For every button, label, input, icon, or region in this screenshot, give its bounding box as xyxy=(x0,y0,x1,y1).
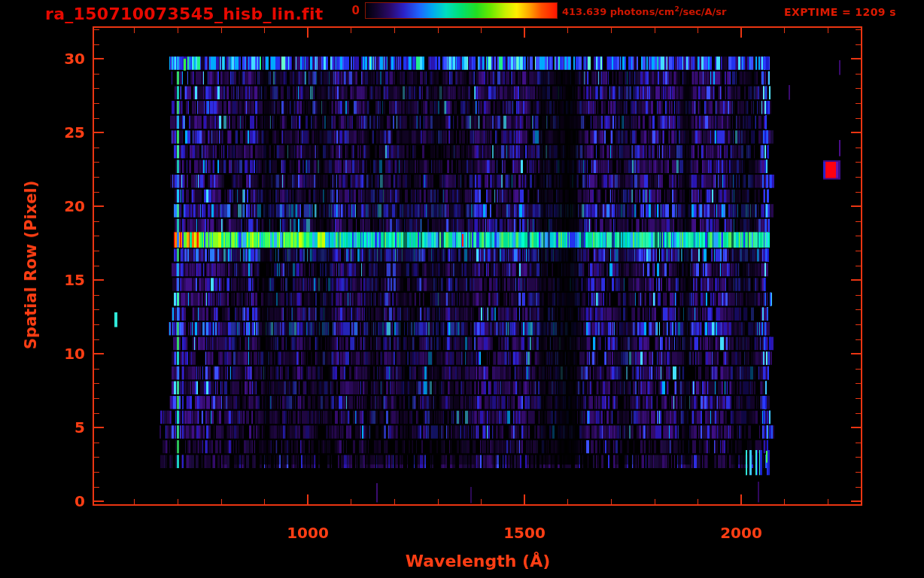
y-minor-tick xyxy=(94,221,99,222)
y-major-tick xyxy=(94,132,104,133)
y-minor-tick xyxy=(94,443,99,443)
y-minor-tick xyxy=(94,398,99,399)
colorbar-min-label: 0 xyxy=(336,4,360,17)
flux-units-text: /sec/A/sr xyxy=(679,6,727,17)
y-major-tick xyxy=(851,132,861,133)
x-minor-tick xyxy=(221,28,222,33)
y-minor-tick xyxy=(94,177,99,178)
x-minor-tick xyxy=(438,28,439,33)
y-minor-tick xyxy=(94,236,99,236)
y-tick-label: 0 xyxy=(43,492,85,510)
x-minor-tick xyxy=(567,499,568,504)
y-minor-tick xyxy=(856,383,861,384)
y-minor-tick xyxy=(94,266,99,266)
y-minor-tick xyxy=(94,413,99,414)
y-minor-tick xyxy=(856,44,861,45)
y-minor-tick xyxy=(856,324,861,325)
x-minor-tick xyxy=(178,499,178,504)
x-minor-tick xyxy=(784,499,785,504)
y-minor-tick xyxy=(856,162,861,163)
x-major-tick xyxy=(740,494,742,504)
x-minor-tick xyxy=(655,499,655,504)
y-minor-tick xyxy=(856,118,861,119)
y-major-tick xyxy=(94,205,104,207)
x-minor-tick xyxy=(784,28,785,33)
y-major-tick xyxy=(94,427,104,428)
y-minor-tick xyxy=(94,309,99,310)
x-minor-tick xyxy=(134,499,135,504)
colorbar xyxy=(365,2,558,19)
y-major-tick xyxy=(851,58,861,59)
y-minor-tick xyxy=(94,29,99,30)
y-minor-tick xyxy=(94,487,99,488)
y-minor-tick xyxy=(94,118,99,119)
y-minor-tick xyxy=(856,148,861,148)
y-major-tick xyxy=(851,500,861,502)
y-tick-label: 30 xyxy=(43,50,85,68)
x-minor-tick xyxy=(394,499,395,504)
y-minor-tick xyxy=(94,251,99,251)
y-major-tick xyxy=(851,279,861,281)
y-major-tick xyxy=(851,427,861,428)
y-major-tick xyxy=(851,205,861,207)
y-minor-tick xyxy=(94,103,99,104)
y-minor-tick xyxy=(94,339,99,340)
y-minor-tick xyxy=(856,369,861,370)
x-minor-tick xyxy=(438,499,439,504)
y-minor-tick xyxy=(94,74,99,75)
y-minor-tick xyxy=(856,472,861,473)
y-minor-tick xyxy=(94,148,99,148)
y-minor-tick xyxy=(856,236,861,236)
y-major-tick xyxy=(94,353,104,354)
y-minor-tick xyxy=(856,295,861,296)
filename-title: ra_150710073545_hisb_lin.fit xyxy=(45,5,324,23)
y-minor-tick xyxy=(856,29,861,30)
x-minor-tick xyxy=(828,499,828,504)
y-tick-label: 5 xyxy=(43,418,85,437)
x-axis-title: Wavelength (Å) xyxy=(364,552,591,570)
x-minor-tick xyxy=(221,499,222,504)
x-minor-tick xyxy=(611,499,612,504)
y-major-tick xyxy=(94,500,104,502)
y-minor-tick xyxy=(856,221,861,222)
y-major-tick xyxy=(851,353,861,354)
x-minor-tick xyxy=(481,499,482,504)
x-minor-tick xyxy=(611,28,612,33)
y-minor-tick xyxy=(94,44,99,45)
y-major-tick xyxy=(94,58,104,59)
y-minor-tick xyxy=(856,457,861,458)
x-minor-tick xyxy=(655,28,655,33)
y-minor-tick xyxy=(94,457,99,458)
y-minor-tick xyxy=(856,413,861,414)
y-minor-tick xyxy=(856,339,861,340)
y-minor-tick xyxy=(94,472,99,473)
y-minor-tick xyxy=(856,443,861,443)
x-tick-label: 2000 xyxy=(704,524,779,542)
x-minor-tick xyxy=(351,499,351,504)
flux-max-value-text: 413.639 photons/cm xyxy=(562,6,674,17)
exptime-label: EXPTIME = 1209 s xyxy=(784,6,896,18)
y-minor-tick xyxy=(856,192,861,193)
x-major-tick xyxy=(524,494,525,504)
x-minor-tick xyxy=(481,28,482,33)
y-minor-tick xyxy=(856,74,861,75)
y-minor-tick xyxy=(94,369,99,370)
x-major-tick xyxy=(740,28,742,38)
x-minor-tick xyxy=(178,28,178,33)
x-minor-tick xyxy=(351,28,351,33)
y-axis-title: Spatial Row (Pixel) xyxy=(22,181,40,349)
x-minor-tick xyxy=(134,28,135,33)
x-minor-tick xyxy=(567,28,568,33)
y-minor-tick xyxy=(856,487,861,488)
y-tick-label: 25 xyxy=(43,123,85,141)
y-minor-tick xyxy=(856,88,861,89)
y-tick-label: 10 xyxy=(43,345,85,363)
x-minor-tick xyxy=(264,499,265,504)
y-minor-tick xyxy=(856,177,861,178)
colorbar-max-label: 413.639 photons/cm2/sec/A/sr xyxy=(562,5,726,17)
y-minor-tick xyxy=(856,309,861,310)
y-minor-tick xyxy=(94,295,99,296)
y-minor-tick xyxy=(94,383,99,384)
x-minor-tick xyxy=(698,499,698,504)
y-minor-tick xyxy=(94,192,99,193)
